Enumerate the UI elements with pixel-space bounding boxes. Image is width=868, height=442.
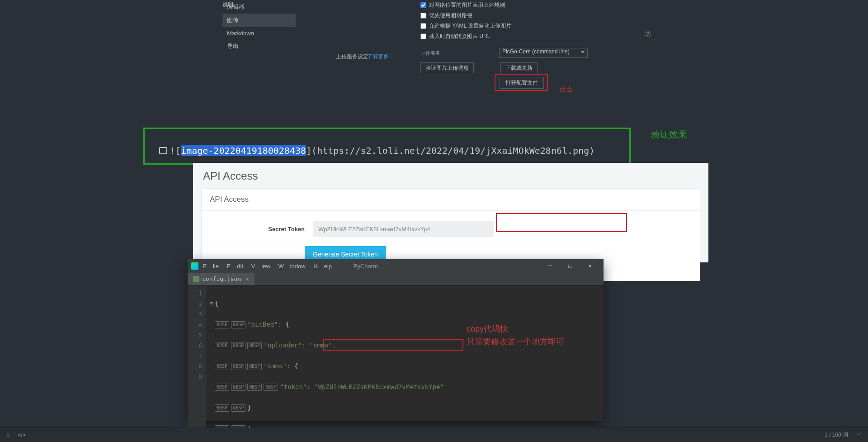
menu-view[interactable]: View bbox=[251, 263, 270, 270]
pycharm-tabs: config.json × bbox=[188, 273, 604, 285]
learn-more-link[interactable]: 了解更多… bbox=[367, 53, 394, 61]
pycharm-menu: File Edit View Window Help PyCharm bbox=[203, 263, 384, 270]
image-icon bbox=[159, 147, 167, 154]
help-icon[interactable]: ? bbox=[645, 31, 651, 37]
upload-service-select[interactable]: PicGo-Core (command line) bbox=[499, 48, 588, 58]
menu-file[interactable]: File bbox=[203, 263, 219, 270]
json-file-icon bbox=[193, 276, 199, 282]
opt-relative-path[interactable]: 优先使用相对路径 bbox=[420, 10, 610, 21]
upload-settings-label: 上传服务设定 bbox=[336, 53, 368, 61]
annotation-verify-label: 验证效果 bbox=[651, 128, 687, 141]
image-options: 对网络位置的图片应用上述规则 优先使用相对路径 允许根据 YAML 设置自动上传… bbox=[420, 0, 610, 42]
annotation-copy-label: copy代码快 只需要修改这一个地方即可 bbox=[467, 323, 564, 348]
tab-close-icon[interactable]: × bbox=[245, 276, 249, 282]
api-card-title: API Access bbox=[202, 189, 700, 211]
settings-panel: 编辑器 图像 Markdown 导出 对网络位置的图片应用上述规则 优先使用相对… bbox=[222, 0, 656, 97]
maximize-button[interactable]: ☐ bbox=[560, 259, 580, 273]
tab-config-json[interactable]: config.json × bbox=[188, 273, 255, 285]
sidebar-item-markdown[interactable]: Markdown bbox=[222, 27, 296, 39]
opt-auto-escape[interactable]: 插入时自动转义图片 URL bbox=[420, 31, 610, 42]
markdown-url: (https://s2.loli.net/2022/04/19/jXxaiMOk… bbox=[311, 145, 594, 156]
api-page-title: API Access bbox=[193, 163, 708, 188]
pycharm-titlebar: File Edit View Window Help PyCharm ─ ☐ ✕ bbox=[188, 259, 604, 273]
secret-token-input[interactable] bbox=[313, 221, 494, 237]
verify-upload-button[interactable]: 验证图片上传选项 bbox=[420, 62, 474, 73]
opt-network-rule[interactable]: 对网络位置的图片应用上述规则 bbox=[420, 0, 610, 10]
markdown-image-syntax[interactable]: ![image-20220419180028438](https://s2.lo… bbox=[159, 145, 594, 156]
source-mode-icon[interactable]: </> bbox=[18, 432, 25, 438]
app-name: PyCharm bbox=[354, 263, 378, 270]
menu-help[interactable]: Help bbox=[313, 263, 332, 270]
sidebar-item-editor[interactable]: 编辑器 bbox=[222, 0, 296, 14]
outline-icon[interactable]: ○ bbox=[6, 432, 9, 438]
chevron-down-icon[interactable]: ﹀ bbox=[856, 431, 862, 439]
download-update-button[interactable]: 下载或更新 bbox=[500, 62, 538, 73]
word-counter[interactable]: 1 / 160 词 bbox=[825, 431, 848, 439]
typora-footer: ○ </> 1 / 160 词 ﹀ bbox=[0, 428, 868, 442]
line-gutter: 123456789 bbox=[188, 285, 206, 442]
chevron-down-icon bbox=[581, 51, 585, 53]
menu-window[interactable]: Window bbox=[278, 263, 305, 270]
secret-token-label: Secret Token bbox=[210, 226, 305, 233]
open-config-button[interactable]: 打开配置文件 bbox=[500, 77, 544, 89]
annotation-click-label: 点击 bbox=[559, 85, 573, 94]
pycharm-logo-icon bbox=[191, 262, 198, 270]
settings-sidebar: 编辑器 图像 Markdown 导出 bbox=[222, 0, 296, 53]
upload-service-label: 上传服务 bbox=[420, 50, 440, 57]
close-button[interactable]: ✕ bbox=[580, 259, 600, 273]
opt-yaml-upload[interactable]: 允许根据 YAML 设置自动上传图片 bbox=[420, 21, 610, 31]
sidebar-item-export[interactable]: 导出 bbox=[222, 39, 296, 53]
markdown-alt-selected: image-20220419180028438 bbox=[181, 145, 306, 156]
minimize-button[interactable]: ─ bbox=[540, 259, 560, 273]
code-editor[interactable]: 123456789 ⊟{ NBSPNBSP"picBed": { NBSPNBS… bbox=[188, 285, 604, 442]
menu-edit[interactable]: Edit bbox=[227, 263, 243, 270]
sidebar-item-image[interactable]: 图像 bbox=[222, 14, 296, 27]
api-access-panel: API Access API Access Secret Token Gener… bbox=[193, 163, 708, 262]
